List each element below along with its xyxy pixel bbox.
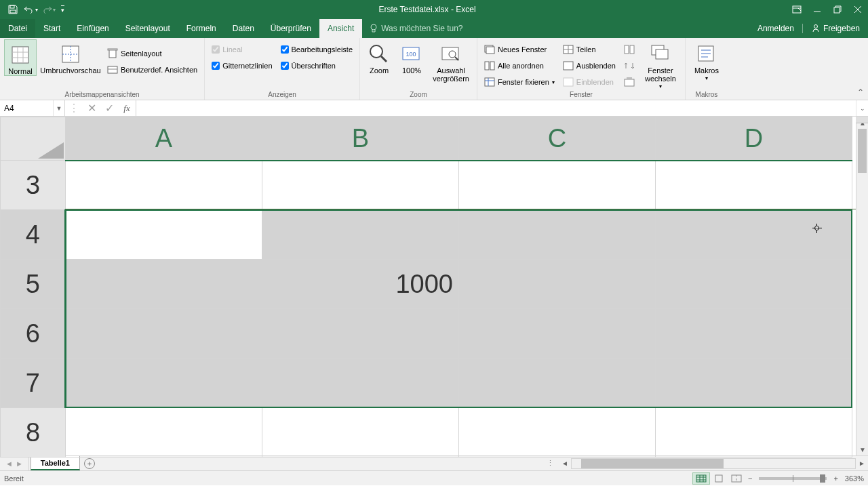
horizontal-scroll-thumb[interactable] [581, 459, 724, 468]
reset-window-button[interactable] [621, 75, 637, 89]
zoom-button[interactable]: Zoom [364, 39, 394, 75]
cell-a4[interactable] [66, 210, 262, 260]
prev-sheet-button[interactable]: ◄ [5, 460, 13, 468]
cell-b3[interactable] [262, 161, 459, 210]
horizontal-scrollbar[interactable]: ⋮ ◄ ► [542, 456, 868, 470]
vertical-split-handle[interactable] [856, 117, 868, 123]
save-button[interactable] [4, 0, 22, 19]
qat-customize-button[interactable]: ▾ [57, 0, 68, 19]
row-header-4[interactable]: 4 [1, 210, 66, 260]
page-break-preview-button[interactable]: Umbruchvorschau [39, 39, 102, 75]
column-header-c[interactable]: C [459, 117, 656, 161]
arrange-all-button[interactable]: Alle anordnen [481, 58, 557, 73]
collapse-ribbon-button[interactable]: ⌃ [857, 87, 864, 97]
cell-c4[interactable] [459, 210, 656, 260]
page-layout-button[interactable]: Seitenlayout [104, 46, 200, 61]
cell-a6[interactable] [66, 309, 262, 359]
vertical-scroll-thumb[interactable] [858, 129, 867, 173]
zoom-in-button[interactable]: + [831, 474, 840, 483]
restore-button[interactable] [827, 0, 848, 19]
cell-c3[interactable] [459, 161, 656, 210]
cell-a3[interactable] [66, 161, 262, 210]
undo-button[interactable]: ▾ [22, 0, 39, 19]
cell-a7[interactable] [66, 359, 262, 408]
freeze-panes-button[interactable]: Fenster fixieren ▾ [481, 75, 557, 89]
view-side-by-side-button[interactable] [621, 42, 637, 57]
vertical-scroll-track[interactable] [856, 129, 868, 443]
cell-c6[interactable] [459, 309, 656, 359]
zoom-slider-thumb[interactable] [820, 474, 825, 483]
horizontal-scroll-track[interactable] [571, 458, 856, 469]
tab-view[interactable]: Ansicht [319, 19, 362, 38]
column-header-d[interactable]: D [656, 117, 852, 161]
zoom-100-button[interactable]: 100 100% [397, 39, 427, 75]
scroll-down-button[interactable]: ▼ [856, 443, 868, 455]
page-layout-mode-button[interactable] [710, 472, 728, 485]
cell-c8[interactable] [459, 408, 656, 458]
cell-b4[interactable] [262, 210, 459, 260]
row-header-8[interactable]: 8 [1, 408, 66, 458]
sign-in-link[interactable]: Anmelden [749, 24, 802, 33]
cell-a8[interactable] [66, 408, 262, 458]
formula-bar-checkbox[interactable]: Bearbeitungsleiste [278, 42, 356, 57]
view-normal-button[interactable]: Normal [4, 39, 37, 76]
sheet-tab-1[interactable]: Tabelle1 [31, 456, 80, 470]
switch-windows-button[interactable]: Fenster wechseln▾ [640, 39, 681, 90]
scroll-right-button[interactable]: ► [856, 458, 868, 470]
row-header-6[interactable]: 6 [1, 309, 66, 359]
name-box-dropdown[interactable]: ▼ [53, 100, 64, 116]
expand-formula-bar-button[interactable]: ⌄ [856, 100, 868, 116]
tab-review[interactable]: Überprüfen [262, 19, 319, 38]
cell-d3[interactable] [656, 161, 852, 210]
cell-b7[interactable] [262, 359, 459, 408]
close-button[interactable] [848, 0, 868, 19]
tell-me-search[interactable]: Was möchten Sie tun? [362, 19, 462, 38]
normal-view-mode-button[interactable] [692, 472, 710, 485]
column-header-a[interactable]: A [66, 117, 262, 161]
headings-checkbox[interactable]: Überschriften [278, 58, 356, 73]
cell-b6[interactable] [262, 309, 459, 359]
row-header-5[interactable]: 5 [1, 260, 66, 309]
redo-button[interactable]: ▾ [39, 0, 57, 19]
zoom-slider[interactable] [759, 477, 827, 480]
cell-c7[interactable] [459, 359, 656, 408]
insert-function-button[interactable]: fx [118, 100, 136, 116]
new-window-button[interactable]: Neues Fenster [481, 42, 557, 57]
cell-d5[interactable] [656, 260, 852, 309]
minimize-button[interactable] [807, 0, 827, 19]
select-all-button[interactable] [1, 117, 66, 161]
row-header-7[interactable]: 7 [1, 359, 66, 408]
cell-d4[interactable] [656, 210, 852, 260]
new-sheet-button[interactable]: + [80, 456, 99, 470]
formula-input[interactable] [136, 100, 856, 116]
hide-button[interactable]: Ausblenden [560, 58, 618, 73]
tab-insert[interactable]: Einfügen [68, 19, 117, 38]
tab-split-handle[interactable]: ⋮ [542, 459, 559, 468]
gridlines-checkbox[interactable]: Gitternetzlinien [209, 58, 275, 73]
zoom-selection-button[interactable]: Auswahl vergrößern [429, 39, 473, 83]
enter-formula-button[interactable]: ✓ [100, 100, 118, 116]
share-button[interactable]: Freigeben [802, 24, 868, 33]
cancel-formula-button[interactable]: ✕ [83, 100, 100, 116]
custom-views-button[interactable]: Benutzerdef. Ansichten [104, 62, 200, 77]
zoom-level[interactable]: 363% [841, 474, 864, 483]
split-button[interactable]: Teilen [560, 42, 618, 57]
name-box[interactable]: ▼ [0, 100, 65, 116]
page-break-mode-button[interactable] [728, 472, 745, 485]
cell-d6[interactable] [656, 309, 852, 359]
tab-page-layout[interactable]: Seitenlayout [117, 19, 178, 38]
cell-d8[interactable] [656, 408, 852, 458]
cell-a5[interactable] [66, 260, 262, 309]
cell-b5[interactable]: 1000 [262, 260, 459, 309]
tab-data[interactable]: Daten [224, 19, 262, 38]
cell-b8[interactable] [262, 408, 459, 458]
tab-formulas[interactable]: Formeln [178, 19, 224, 38]
sheet-tab-nav[interactable]: ◄ ► [0, 456, 29, 470]
zoom-out-button[interactable]: − [745, 474, 755, 483]
vertical-scrollbar[interactable]: ▲ ▼ [856, 117, 868, 455]
scroll-left-button[interactable]: ◄ [559, 458, 571, 470]
tab-start[interactable]: Start [35, 19, 68, 38]
column-header-b[interactable]: B [262, 117, 459, 161]
cell-c5[interactable] [459, 260, 656, 309]
cell-d7[interactable] [656, 359, 852, 408]
